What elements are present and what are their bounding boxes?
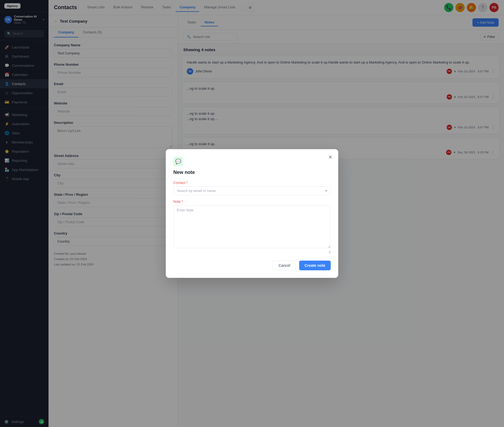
modal-overlay[interactable]: 💬 New note ✕ Contact * Search by email o… [0, 0, 504, 427]
modal-footer: Cancel Create note [173, 261, 331, 270]
cancel-button[interactable]: Cancel [273, 261, 296, 270]
contact-placeholder: Search by email or name [177, 189, 216, 193]
contact-label: Contact * [173, 181, 331, 185]
contact-field: Contact * Search by email or name ▾ [173, 181, 331, 195]
modal-title: New note [173, 170, 331, 175]
char-count: 0 [173, 250, 331, 254]
modal-note-icon: 💬 [173, 157, 183, 166]
create-note-button[interactable]: Create note [299, 261, 331, 270]
new-note-modal: 💬 New note ✕ Contact * Search by email o… [166, 149, 338, 278]
note-field: Note * 0 [173, 200, 331, 254]
note-label: Note * [173, 200, 331, 204]
contact-chevron-icon: ▾ [325, 189, 327, 193]
modal-close-button[interactable]: ✕ [326, 153, 334, 161]
contact-select[interactable]: Search by email or name ▾ [173, 186, 331, 195]
note-textarea[interactable] [173, 205, 331, 248]
